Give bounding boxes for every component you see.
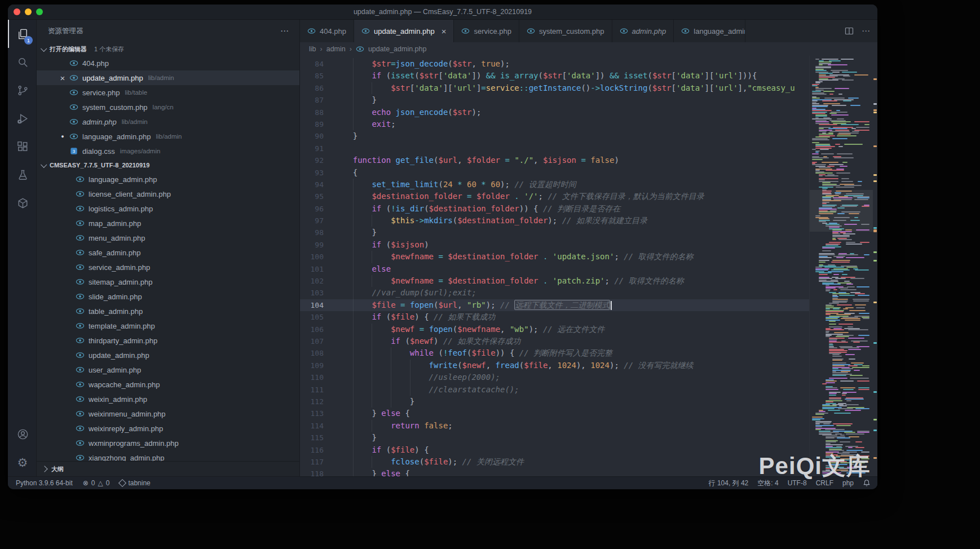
code-line-99[interactable]: 99 if ($isjson)	[300, 239, 810, 251]
code-line-92[interactable]: 92 function get_file($url, $folder = "./…	[300, 154, 810, 166]
open-editors-section-header[interactable]: 打开的编辑器 1 个未保存	[37, 42, 299, 56]
code-line-116[interactable]: 116 if ($file) {	[300, 444, 810, 456]
code-line-98[interactable]: 98 }	[300, 227, 810, 238]
code-line-115[interactable]: 115 }	[300, 432, 810, 444]
tab-language_admin.php[interactable]: language_admin.php	[674, 20, 745, 42]
code-line-117[interactable]: 117 fclose($file); // 关闭远程文件	[300, 456, 810, 468]
tab-404.php[interactable]: 404.php	[300, 20, 354, 42]
file-tree-item-weixinreply_admin.php[interactable]: weixinreply_admin.php	[37, 421, 299, 436]
code-line-90[interactable]: 90 }	[300, 130, 810, 142]
outline-section-header[interactable]: 大纲	[37, 461, 299, 476]
open-editor-system_custom.php[interactable]: system_custom.phplang/cn	[37, 100, 299, 114]
line-number: 92	[300, 154, 324, 166]
file-tree-item-template_admin.php[interactable]: template_admin.php	[37, 318, 299, 333]
code-line-86[interactable]: 86 $str['data']['url']=service::getInsta…	[300, 82, 810, 94]
statusbar-python[interactable]: Python 3.9.6 64-bit	[16, 479, 73, 487]
breadcrumb-item[interactable]: update_admin.php	[368, 45, 427, 53]
tab-system_custom.php[interactable]: system_custom.php	[519, 20, 612, 42]
activitybar-run-debug[interactable]	[8, 104, 36, 132]
file-tree-item-language_admin.php[interactable]: language_admin.php	[37, 172, 299, 187]
file-name: template_admin.php	[89, 322, 155, 330]
code-line-118[interactable]: 118 } else {	[300, 468, 810, 476]
activitybar-testing[interactable]	[8, 161, 36, 189]
file-tree-item-user_admin.php[interactable]: user_admin.php	[37, 362, 299, 377]
code-line-91[interactable]: 91	[300, 143, 810, 154]
code-line-87[interactable]: 87 }	[300, 94, 810, 106]
code-line-111[interactable]: 111 //clearstatcache();	[300, 384, 810, 396]
code-line-100[interactable]: 100 $newfname = $destination_folder . 'u…	[300, 251, 810, 263]
file-tree-item-weixinmenu_admin.php[interactable]: weixinmenu_admin.php	[37, 406, 299, 421]
activitybar-explorer[interactable]: 1	[8, 20, 36, 48]
statusbar-cursor-position[interactable]: 行 104, 列 42	[709, 479, 749, 488]
project-section-header[interactable]: CMSEASY_7.7.5_UTF-8_20210919	[37, 158, 299, 172]
code-editor[interactable]: 84 $str=json_decode($str, true);85 if (i…	[300, 56, 877, 476]
open-editor-language_admin.php[interactable]: ●language_admin.phplib/admin	[37, 129, 299, 144]
activitybar-account[interactable]	[8, 420, 36, 448]
breadcrumb-item[interactable]: lib	[309, 45, 316, 53]
code-line-89[interactable]: 89 exit;	[300, 118, 810, 130]
activitybar-package[interactable]	[8, 189, 36, 217]
open-editor-update_admin.php[interactable]: ×update_admin.phplib/admin	[37, 70, 299, 85]
code-line-88[interactable]: 88 echo json_encode($str);	[300, 107, 810, 118]
minimap[interactable]	[809, 56, 873, 476]
file-tree-item-update_admin.php[interactable]: update_admin.php	[37, 348, 299, 362]
indent-guide	[353, 347, 354, 359]
open-editor-404.php[interactable]: 404.php	[37, 56, 299, 70]
file-tree-item-map_admin.php[interactable]: map_admin.php	[37, 216, 299, 231]
code-line-96[interactable]: 96 if (!is_dir($destination_folder)) { /…	[300, 203, 810, 215]
code-line-105[interactable]: 105 if ($file) { // 如果下载成功	[300, 311, 810, 323]
code-line-109[interactable]: 109 fwrite($newf, fread($file, 1024), 10…	[300, 360, 810, 371]
code-line-93[interactable]: 93 {	[300, 167, 810, 179]
file-tree-item-safe_admin.php[interactable]: safe_admin.php	[37, 245, 299, 260]
code-line-84[interactable]: 84 $str=json_decode($str, true);	[300, 58, 810, 70]
minimap-slider[interactable]	[810, 190, 873, 232]
activitybar-settings[interactable]: ⚙	[8, 448, 36, 476]
activitybar-source-control[interactable]	[8, 76, 36, 104]
code-line-106[interactable]: 106 $newf = fopen($newfname, "wb"); // 远…	[300, 324, 810, 335]
more-actions-icon[interactable]: ⋯	[862, 26, 871, 36]
code-line-102[interactable]: 102 $newfname = $destination_folder . 'p…	[300, 275, 810, 287]
statusbar-tabnine[interactable]: tabnine	[120, 479, 150, 487]
sidebar-more-actions-icon[interactable]: ⋯	[280, 26, 289, 36]
code-line-114[interactable]: 114 return false;	[300, 420, 810, 432]
code-line-107[interactable]: 107 if ($newf) // 如果文件保存成功	[300, 335, 810, 347]
file-tree-item-slide_admin.php[interactable]: slide_admin.php	[37, 289, 299, 304]
code-line-97[interactable]: 97 $this->mkdirs($destination_folder); /…	[300, 215, 810, 227]
file-tree-item-sitemap_admin.php[interactable]: sitemap_admin.php	[37, 274, 299, 289]
code-line-85[interactable]: 85 if (isset($str['data']) && is_array($…	[300, 70, 810, 82]
close-icon[interactable]: ×	[442, 27, 447, 36]
code-line-101[interactable]: 101 else	[300, 263, 810, 275]
statusbar-problems[interactable]: ⊗0△0	[83, 479, 110, 487]
tab-update_admin.php[interactable]: update_admin.php×	[354, 20, 454, 42]
code-line-112[interactable]: 112 }	[300, 396, 810, 408]
open-editor-dialog.css[interactable]: 3dialog.cssimages/admin	[37, 144, 299, 158]
code-line-113[interactable]: 113 } else {	[300, 408, 810, 419]
activitybar-search[interactable]	[8, 48, 36, 76]
php-file-icon	[76, 292, 85, 301]
open-editor-service.php[interactable]: service.phplib/table	[37, 85, 299, 100]
code-line-94[interactable]: 94 set_time_limit(24 * 60 * 60); // 设置超时…	[300, 179, 810, 191]
code-line-103[interactable]: 103 //var_dump($url);exit;	[300, 287, 810, 299]
code-line-110[interactable]: 110 //usleep(2000);	[300, 371, 810, 383]
tab-service.php[interactable]: service.php	[454, 20, 519, 42]
close-icon[interactable]: ×	[58, 74, 67, 82]
breadcrumb-item[interactable]: admin	[326, 45, 346, 53]
titlebar[interactable]: update_admin.php — CmsEasy_7.7.5_UTF-8_2…	[8, 5, 877, 20]
file-tree-item-weixin_admin.php[interactable]: weixin_admin.php	[37, 392, 299, 406]
file-tree-item-menu_admin.php[interactable]: menu_admin.php	[37, 231, 299, 245]
activitybar-extensions[interactable]	[8, 132, 36, 161]
open-editor-admin.php[interactable]: admin.phplib/admin	[37, 114, 299, 129]
tab-admin.php[interactable]: admin.php	[612, 20, 674, 42]
code-line-95[interactable]: 95 $destination_folder = $folder . '/'; …	[300, 191, 810, 202]
split-editor-icon[interactable]	[845, 26, 854, 36]
file-tree-item-license_client_admin.php[interactable]: license_client_admin.php	[37, 187, 299, 201]
line-number: 116	[300, 444, 324, 456]
file-tree-item-service_admin.php[interactable]: service_admin.php	[37, 260, 299, 274]
code-line-108[interactable]: 108 while (!feof($file)) { // 判断附件写入是否完整	[300, 347, 810, 359]
file-tree-item-wxminprograms_admin.php[interactable]: wxminprograms_admin.php	[37, 436, 299, 450]
code-line-104[interactable]: 104 $file = fopen($url, "rb"); // 远程下载文件…	[300, 299, 810, 311]
file-tree-item-logistics_admin.php[interactable]: logistics_admin.php	[37, 201, 299, 216]
file-tree-item-table_admin.php[interactable]: table_admin.php	[37, 304, 299, 318]
file-tree-item-wapcache_admin.php[interactable]: wapcache_admin.php	[37, 377, 299, 392]
file-tree-item-thirdparty_admin.php[interactable]: thirdparty_admin.php	[37, 333, 299, 348]
